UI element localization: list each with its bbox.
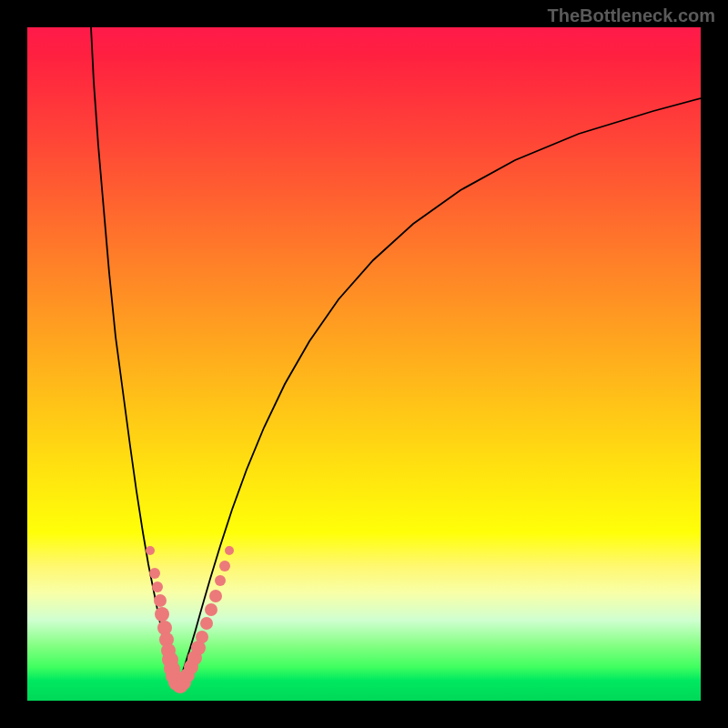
chart-svg xyxy=(27,27,701,701)
scatter-point xyxy=(196,631,208,643)
scatter-point xyxy=(154,594,167,607)
scatter-point xyxy=(225,546,234,555)
scatter-point xyxy=(155,607,169,622)
left-curve-path xyxy=(91,27,177,685)
scatter-point xyxy=(215,575,226,586)
right-curve-path xyxy=(177,98,701,685)
scatter-point xyxy=(146,546,155,555)
watermark-text: TheBottleneck.com xyxy=(548,5,715,26)
scatter-points xyxy=(146,546,234,693)
scatter-point xyxy=(209,590,222,602)
scatter-point xyxy=(200,617,213,630)
scatter-point xyxy=(219,561,230,571)
plot-area xyxy=(27,27,701,701)
scatter-point xyxy=(149,568,160,579)
scatter-point xyxy=(205,603,217,616)
scatter-point xyxy=(152,581,163,592)
